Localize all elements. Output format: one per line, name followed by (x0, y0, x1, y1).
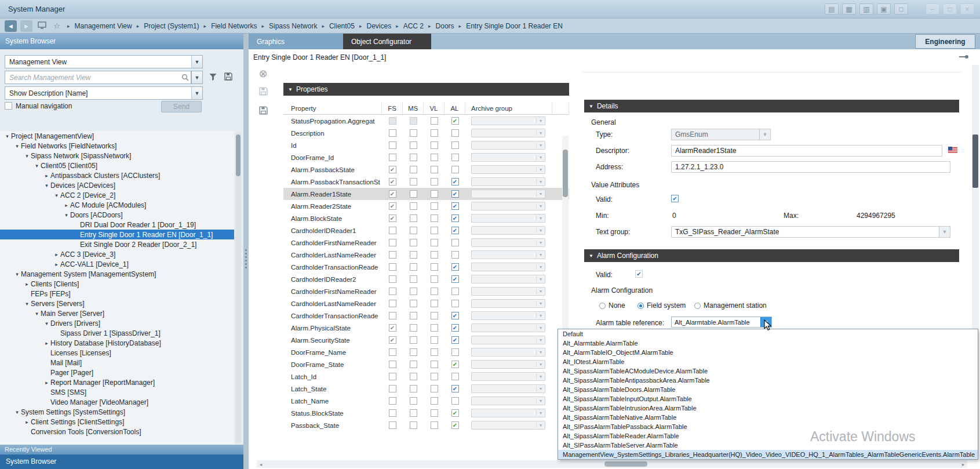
tree-item[interactable]: ▸Antipassback Clusters [ACClusters] (0, 170, 234, 180)
breadcrumb-item[interactable]: Sipass Network (269, 22, 317, 30)
al-checkbox[interactable] (451, 288, 459, 295)
al-checkbox[interactable] (451, 202, 459, 210)
back-button[interactable]: ◄ (5, 20, 17, 32)
property-row[interactable]: DoorFrame_State▾ (283, 358, 569, 370)
min-value[interactable]: 0 (672, 212, 676, 220)
archive-group-select[interactable]: ▾ (471, 117, 545, 125)
tree-item[interactable]: ▸Report Manager [ReportManager] (0, 377, 234, 387)
vl-checkbox[interactable] (431, 263, 438, 271)
ms-checkbox[interactable] (410, 288, 417, 295)
tree-item[interactable]: ▸AC Module [ACModules] (0, 200, 234, 210)
property-row[interactable]: Passback_State▾ (283, 419, 569, 431)
property-row[interactable]: StatusPropagation.Aggregat▾ (283, 115, 569, 127)
tab-engineering[interactable]: Engineering (915, 34, 975, 49)
al-checkbox[interactable] (451, 141, 459, 149)
tree-item[interactable]: ▾System Settings [SystemSettings] (0, 407, 234, 417)
archive-group-select[interactable]: ▾ (471, 263, 545, 271)
scroll-left-icon[interactable]: ◂ (257, 461, 265, 467)
archive-group-select[interactable]: ▾ (471, 311, 545, 320)
radio-field-system[interactable]: Field system (637, 301, 686, 310)
tree-item[interactable]: ▾Doors [ACDoors] (0, 210, 234, 220)
tree-expand-icon[interactable]: ▸ (43, 340, 50, 346)
ms-checkbox[interactable] (410, 263, 417, 271)
radio-icon[interactable] (599, 303, 606, 309)
tree-collapse-icon[interactable]: ▾ (43, 183, 50, 188)
alarm-table-option[interactable]: Alt_SipassAlarmTableReader.AlarmTable (558, 431, 978, 441)
fs-checkbox[interactable] (389, 166, 396, 173)
favorites-star-icon[interactable]: ☆ (51, 21, 63, 30)
scroll-right-icon[interactable]: ▸ (959, 461, 967, 467)
alarm-table-option[interactable]: Default (558, 329, 978, 339)
description-selector[interactable]: Show Description [Name] ▼ (5, 86, 203, 100)
alarm-table-option[interactable]: Alt_SIPassAlarmTableServer.AlarmTable (558, 441, 978, 450)
breadcrumb-item[interactable]: Entry Single Door 1 Reader EN (466, 22, 563, 30)
fs-checkbox[interactable] (389, 117, 396, 125)
fs-checkbox[interactable] (389, 397, 396, 405)
ms-checkbox[interactable] (410, 202, 417, 210)
vl-checkbox[interactable] (431, 166, 438, 173)
property-row[interactable]: DoorFrame_Id▾ (283, 151, 569, 163)
tree-item[interactable]: Sipass Driver 1 [SipassDriver_1] (0, 328, 234, 338)
property-row[interactable]: CardholderLastNameReader▾ (283, 297, 569, 310)
alarm-table-option[interactable]: Alt_SipassAlarmTableInputOutput.AlarmTab… (558, 394, 978, 403)
ms-checkbox[interactable] (410, 275, 417, 283)
fs-checkbox[interactable] (389, 409, 396, 417)
archive-group-select[interactable]: ▾ (471, 190, 545, 198)
breadcrumb-item[interactable]: Management View (75, 22, 132, 30)
property-row[interactable]: Description▾ (283, 127, 569, 139)
tree-item[interactable]: ▸Clients [Clients] (0, 279, 234, 289)
collapse-icon[interactable]: ▼ (589, 253, 593, 259)
archive-group-select[interactable]: ▾ (471, 165, 545, 174)
tree-expand-icon[interactable]: ▸ (53, 261, 60, 267)
search-icon[interactable] (179, 74, 191, 81)
property-row[interactable]: Latch_State▾ (283, 383, 569, 395)
ms-checkbox[interactable] (410, 312, 417, 319)
tree-collapse-icon[interactable]: ▾ (23, 153, 31, 159)
al-checkbox[interactable] (451, 312, 459, 319)
radio-none[interactable]: None (599, 301, 625, 310)
al-checkbox[interactable] (451, 385, 459, 392)
address-field[interactable]: 1.27.2.1_1.23.0 (671, 161, 950, 173)
vl-checkbox[interactable] (431, 312, 438, 319)
collapse-icon[interactable]: ▼ (589, 104, 593, 109)
ms-checkbox[interactable] (410, 409, 417, 417)
property-row[interactable]: Alarm.Reader1State▾ (283, 188, 569, 200)
archive-group-select[interactable]: ▾ (471, 129, 545, 137)
tree-item[interactable]: ▾Project [ManagementView] (0, 131, 234, 141)
vl-checkbox[interactable] (431, 324, 438, 332)
vl-checkbox[interactable] (431, 397, 438, 405)
tree-item[interactable]: ▾Main Server [Server] (0, 308, 234, 318)
alarm-valid-checkbox[interactable] (635, 270, 643, 278)
chevron-down-icon[interactable]: ▼ (191, 56, 202, 68)
vl-checkbox[interactable] (431, 178, 438, 186)
tree-collapse-icon[interactable]: ▾ (23, 301, 31, 307)
vl-checkbox[interactable] (431, 154, 438, 161)
al-checkbox[interactable] (451, 214, 459, 222)
valid-checkbox[interactable] (671, 195, 679, 202)
vl-checkbox[interactable] (431, 129, 438, 137)
vl-checkbox[interactable] (431, 214, 438, 222)
descriptor-field[interactable]: AlarmReader1State (671, 145, 942, 157)
alarm-table-option[interactable]: Alt_SipassAlarmTableACModuleDevice.Alarm… (558, 366, 978, 376)
radio-selected-icon[interactable] (637, 303, 644, 309)
fs-checkbox[interactable] (389, 251, 396, 259)
ms-checkbox[interactable] (410, 421, 417, 429)
breadcrumb-item[interactable]: Project (System1) (144, 22, 199, 30)
al-checkbox[interactable] (451, 324, 459, 332)
ms-checkbox[interactable] (410, 117, 417, 125)
tree-expand-icon[interactable]: ▸ (23, 419, 31, 425)
search-options-dropdown[interactable]: ▼ (191, 71, 203, 84)
type-select[interactable]: GmsEnum ▼ (671, 129, 771, 140)
property-row[interactable]: Alarm.PhysicalState▾ (283, 322, 569, 334)
pin-view-icon[interactable] (36, 21, 48, 31)
al-checkbox[interactable] (451, 166, 459, 173)
tree-expand-icon[interactable]: ▸ (63, 202, 70, 208)
alarm-table-option[interactable]: Alt_SipassAlarmTableAntipassbackArea.Ala… (558, 376, 978, 385)
tree-item[interactable]: ▸ACC-VAL1 [Device_1] (0, 259, 234, 269)
fs-checkbox[interactable] (389, 288, 396, 295)
horizontal-scrollbar-thumb[interactable] (604, 461, 647, 467)
minimize-icon[interactable]: – (926, 3, 939, 14)
pin-icon[interactable] (959, 54, 968, 59)
archive-group-select[interactable]: ▾ (471, 336, 545, 344)
fs-checkbox[interactable] (389, 227, 396, 234)
